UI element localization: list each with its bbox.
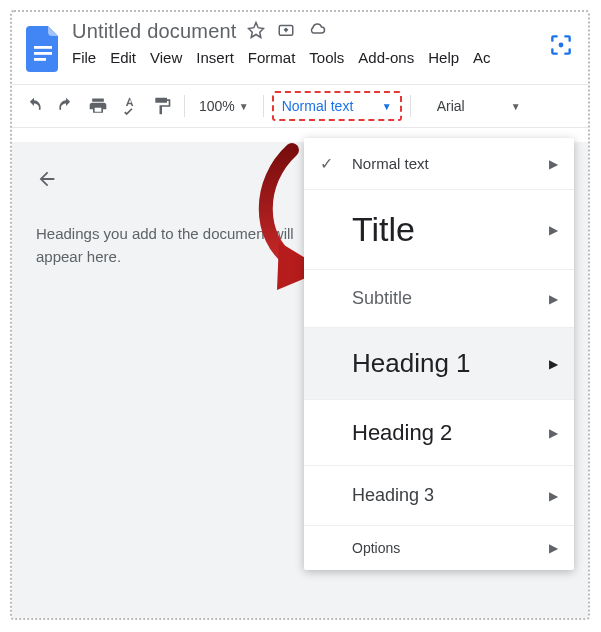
redo-button[interactable] — [52, 92, 80, 120]
toolbar: 100% ▼ Normal text ▼ Arial ▼ — [12, 84, 588, 128]
menu-file[interactable]: File — [72, 49, 96, 66]
menu-insert[interactable]: Insert — [196, 49, 234, 66]
chevron-down-icon: ▼ — [511, 101, 521, 112]
style-option-heading-3[interactable]: Heading 3 ▶ — [304, 466, 574, 526]
spellcheck-button[interactable] — [116, 92, 144, 120]
chevron-right-icon: ▶ — [549, 489, 558, 503]
check-icon: ✓ — [320, 154, 338, 173]
menu-accessibility[interactable]: Ac — [473, 49, 491, 66]
header-main: Untitled document File Edit View — [72, 20, 491, 66]
capture-icon[interactable] — [548, 32, 574, 58]
chevron-down-icon: ▼ — [382, 101, 392, 112]
style-option-subtitle[interactable]: Subtitle ▶ — [304, 270, 574, 328]
chevron-right-icon: ▶ — [549, 426, 558, 440]
menu-tools[interactable]: Tools — [309, 49, 344, 66]
style-option-heading-1[interactable]: Heading 1 ▶ — [304, 328, 574, 400]
header: Untitled document File Edit View — [12, 12, 588, 74]
docs-logo-icon[interactable] — [24, 24, 64, 74]
print-button[interactable] — [84, 92, 112, 120]
chevron-right-icon: ▶ — [549, 357, 558, 371]
chevron-down-icon: ▼ — [239, 101, 249, 112]
style-option-heading-2[interactable]: Heading 2 ▶ — [304, 400, 574, 466]
paint-format-button[interactable] — [148, 92, 176, 120]
chevron-right-icon: ▶ — [549, 541, 558, 555]
cloud-icon[interactable] — [307, 21, 327, 43]
document-title[interactable]: Untitled document — [72, 20, 237, 43]
svg-rect-2 — [34, 58, 46, 61]
menu-bar: File Edit View Insert Format Tools Add-o… — [72, 49, 491, 66]
separator — [263, 95, 264, 117]
menu-edit[interactable]: Edit — [110, 49, 136, 66]
svg-rect-0 — [34, 46, 52, 49]
style-option-title[interactable]: Title ▶ — [304, 190, 574, 270]
font-dropdown[interactable]: Arial ▼ — [429, 98, 529, 114]
zoom-value: 100% — [199, 98, 235, 114]
menu-format[interactable]: Format — [248, 49, 296, 66]
styles-label: Normal text — [282, 98, 354, 114]
app-frame: Untitled document File Edit View — [10, 10, 590, 620]
chevron-right-icon: ▶ — [549, 157, 558, 171]
style-option-options[interactable]: Options ▶ — [304, 526, 574, 570]
chevron-right-icon: ▶ — [549, 292, 558, 306]
menu-view[interactable]: View — [150, 49, 182, 66]
separator — [410, 95, 411, 117]
font-name: Arial — [437, 98, 465, 114]
styles-dropdown[interactable]: Normal text ▼ — [272, 91, 402, 121]
undo-button[interactable] — [20, 92, 48, 120]
styles-menu: ✓ Normal text ▶ Title ▶ Subtitle ▶ Headi… — [304, 138, 574, 570]
chevron-right-icon: ▶ — [549, 223, 558, 237]
star-icon[interactable] — [247, 21, 265, 43]
svg-point-4 — [559, 43, 564, 48]
menu-help[interactable]: Help — [428, 49, 459, 66]
move-icon[interactable] — [277, 21, 295, 43]
separator — [184, 95, 185, 117]
menu-addons[interactable]: Add-ons — [358, 49, 414, 66]
style-option-normal-text[interactable]: ✓ Normal text ▶ — [304, 138, 574, 190]
svg-rect-1 — [34, 52, 52, 55]
zoom-dropdown[interactable]: 100% ▼ — [193, 98, 255, 114]
